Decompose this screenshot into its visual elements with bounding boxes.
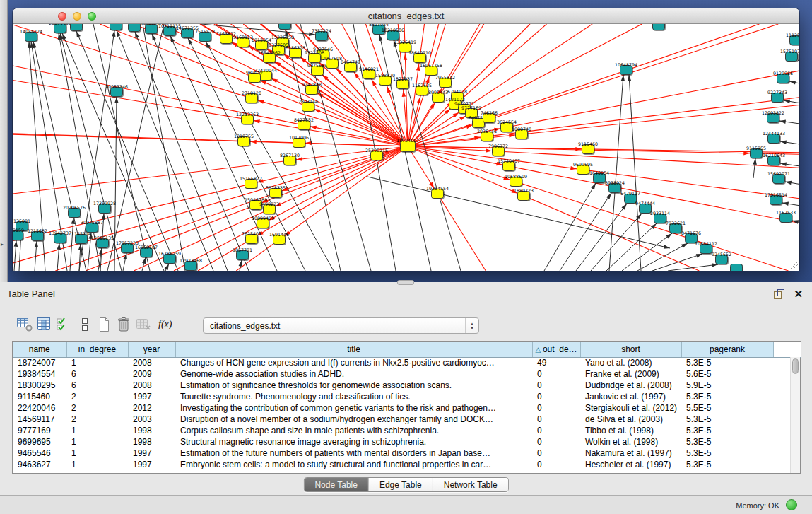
- graph-node-label: 17359928: [93, 201, 116, 206]
- graph-node-label: 9327508: [305, 50, 324, 55]
- graph-node-label: 14055724: [20, 29, 42, 34]
- close-panel-icon[interactable]: ✕: [794, 289, 803, 299]
- tab-network-table[interactable]: Network Table: [433, 478, 508, 491]
- graph-node-label: 15166822: [240, 176, 262, 181]
- delete-column-icon[interactable]: [114, 316, 134, 333]
- graph-node-label: 15226058: [271, 35, 294, 40]
- tab-node-table[interactable]: Node Table: [304, 478, 368, 491]
- table-row[interactable]: 1456911722003Disruption of a novel membe…: [13, 414, 801, 425]
- table-cell: 1997: [128, 391, 175, 402]
- table-cell: 1: [66, 425, 128, 436]
- hide-rows-icon[interactable]: [75, 316, 95, 333]
- table-cell: 18300295: [13, 380, 66, 391]
- memory-status-label: Memory: OK: [736, 501, 779, 510]
- column-header[interactable]: △ out_de…: [532, 342, 580, 357]
- graph-node-label: 7357224: [312, 28, 331, 33]
- table-cell: 5.3E-5: [681, 436, 773, 448]
- network-desktop: ▸ citations_edges.txt 140557242069140610…: [0, 0, 812, 282]
- table-row[interactable]: 977716911998Corpus callosum shape and si…: [13, 425, 801, 436]
- table-row[interactable]: 946554611997Estimation of the future num…: [13, 448, 801, 459]
- float-panel-icon[interactable]: [774, 289, 784, 299]
- graph-node-label: 7955812: [435, 75, 455, 80]
- graph-node-label: 16782759: [158, 251, 181, 256]
- network-window-titlebar: citations_edges.txt: [13, 8, 799, 24]
- graph-node-label: 15720407: [498, 158, 520, 163]
- minimize-window-icon[interactable]: [73, 12, 81, 21]
- graph-node[interactable]: [71, 24, 83, 31]
- table-row[interactable]: 969969511998Structural magnetic resonanc…: [13, 436, 801, 448]
- column-header[interactable]: short: [580, 342, 681, 357]
- table-cell: 9465546: [13, 448, 66, 459]
- graph-node-label: 7625402: [242, 231, 261, 236]
- show-columns-icon[interactable]: [35, 316, 55, 333]
- table-cell: Stergiakouli et al. (2012): [580, 402, 681, 414]
- graph-node[interactable]: [129, 24, 141, 32]
- table-cell: 0: [532, 402, 580, 414]
- graph-node-label: 12444133: [763, 131, 785, 136]
- zoom-window-icon[interactable]: [88, 12, 96, 21]
- table-cell: 6: [66, 380, 128, 391]
- new-column-icon[interactable]: [95, 316, 114, 333]
- table-row[interactable]: 2242004622012Investigating the contribut…: [13, 402, 801, 414]
- graph-node[interactable]: [279, 24, 291, 30]
- graph-node[interactable]: [110, 24, 122, 30]
- memory-ok-icon[interactable]: [786, 499, 797, 510]
- graph-node-label: 18724007: [396, 138, 419, 143]
- graph-node-label: 1080748: [512, 127, 531, 132]
- select-all-icon[interactable]: [55, 316, 75, 333]
- column-header[interactable]: in_degree: [66, 342, 128, 357]
- table-cell: Estimation of significance thresholds fo…: [175, 380, 532, 391]
- table-cell: Franke et al. (2009): [580, 368, 681, 380]
- table-cell: Jankovic et al. (1997): [580, 391, 681, 402]
- network-window: citations_edges.txt 14055724206914061065…: [13, 8, 799, 271]
- graph-node-label: 16961758: [420, 63, 442, 68]
- column-header[interactable]: name: [13, 342, 66, 357]
- panel-divider-handle[interactable]: [397, 280, 414, 285]
- scrollbar-thumb[interactable]: [792, 358, 799, 374]
- column-header[interactable]: pagerank: [681, 342, 773, 357]
- network-window-title: citations_edges.txt: [13, 11, 799, 21]
- table-cell: Changes of HCN gene expression and I(f) …: [175, 357, 532, 368]
- function-builder-icon[interactable]: f(x): [158, 319, 172, 330]
- table-row[interactable]: 1938455462009Genome-wide association stu…: [13, 368, 801, 380]
- graph-node-label: 8990443: [428, 90, 448, 95]
- graph-node-label: 1880723: [514, 188, 534, 193]
- graph-node-label: 13325419: [394, 40, 416, 45]
- graph-node-label: 10648794: [615, 62, 637, 67]
- table-type-tabs: Node TableEdge TableNetwork Table: [303, 477, 508, 492]
- graph-node-label: 9875685: [307, 63, 327, 68]
- sort-ascending-icon: △: [535, 346, 542, 354]
- table-row[interactable]: 946362711997Embryonic stem cells: a mode…: [13, 459, 801, 470]
- table-selector-dropdown[interactable]: citations_edges.txt ▲ ▼: [203, 317, 479, 334]
- graph-node-label: 12093822: [762, 110, 784, 115]
- table-cell: 22420046: [13, 402, 66, 414]
- delete-table-icon[interactable]: [134, 316, 154, 333]
- column-header[interactable]: title: [175, 342, 532, 357]
- table-cell: Corpus callosum shape and size in male p…: [175, 425, 532, 436]
- column-header[interactable]: year: [128, 342, 175, 357]
- traffic-lights: [58, 12, 96, 21]
- graph-node[interactable]: [731, 264, 743, 271]
- tab-edge-table[interactable]: Edge Table: [368, 478, 433, 491]
- network-graph-canvas[interactable]: 1405572420691406106532871527602646616010…: [13, 24, 799, 271]
- table-row[interactable]: 1872400712008Changes of HCN gene express…: [13, 357, 801, 368]
- graph-node-label: 9498223: [259, 201, 279, 206]
- graph-node-label: 8912354: [252, 37, 271, 42]
- expand-panel-icon[interactable]: ▸: [1, 241, 4, 247]
- close-window-icon[interactable]: [58, 12, 66, 21]
- table-cell: Embryonic stem cells: a model to study s…: [175, 459, 532, 470]
- table-cell: 0: [532, 380, 580, 391]
- graph-node-label: 10654112: [695, 241, 717, 246]
- table-cell: 1: [66, 357, 128, 368]
- table-cell: 1998: [128, 425, 175, 436]
- table-row[interactable]: 1830029562008Estimation of significance …: [13, 380, 801, 391]
- table-cell: Genome-wide association studies in ADHD.: [175, 368, 532, 380]
- table-mode-icon[interactable]: [16, 316, 35, 333]
- table-row[interactable]: 911546021997Tourette syndrome. Phenomeno…: [13, 391, 801, 402]
- graph-node-label: 17016514: [765, 192, 787, 197]
- table-scrollbar[interactable]: [790, 357, 800, 473]
- graph-node-label: 20053346: [105, 84, 128, 89]
- graph-node[interactable]: [653, 24, 665, 30]
- graph-node-label: 6479197: [620, 191, 640, 196]
- graph-node-label: 2803144: [298, 99, 318, 104]
